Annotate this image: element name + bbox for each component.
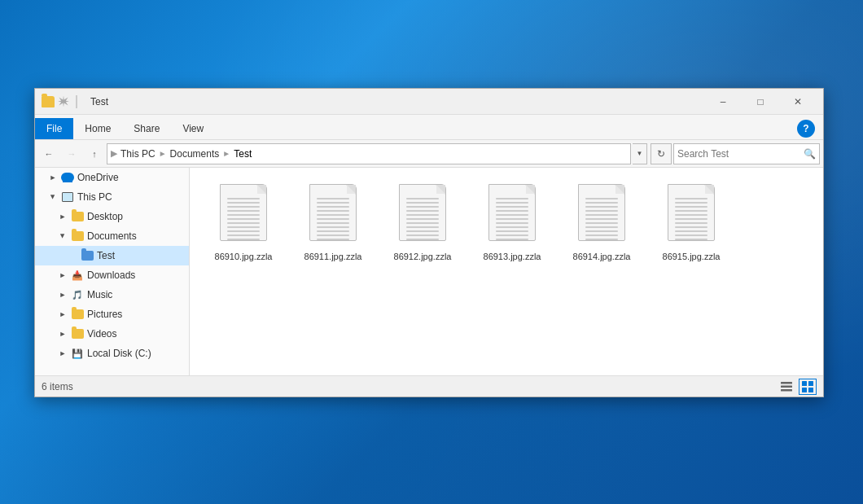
minimize-button[interactable]: – bbox=[704, 89, 742, 115]
titlebar: Test – □ ✕ bbox=[35, 89, 823, 115]
sidebar-item-onedrive[interactable]: ► OneDrive bbox=[35, 168, 189, 187]
details-view-button[interactable] bbox=[778, 379, 795, 395]
videos-icon bbox=[70, 327, 85, 340]
file-name-0: 86910.jpg.zzla bbox=[215, 251, 273, 262]
tab-file[interactable]: File bbox=[35, 118, 73, 139]
music-expand-arrow[interactable]: ► bbox=[58, 290, 68, 300]
thispc-icon bbox=[60, 191, 75, 204]
sidebar-item-test[interactable]: Test bbox=[35, 246, 189, 265]
divider bbox=[76, 95, 77, 108]
onedrive-label: OneDrive bbox=[77, 172, 119, 183]
forward-button[interactable]: → bbox=[61, 143, 82, 164]
addressbar: ← → ↑ ▶ This PC ► Documents ► Test ▼ ↻ 🔍 bbox=[35, 140, 823, 168]
test-folder-icon bbox=[80, 249, 94, 262]
music-icon: 🎵 bbox=[70, 288, 85, 301]
documents-icon bbox=[70, 230, 85, 243]
breadcrumb-documents[interactable]: Documents bbox=[170, 148, 220, 160]
file-icon-2 bbox=[396, 184, 449, 246]
sidebar-item-pictures[interactable]: ► Pictures bbox=[35, 305, 189, 324]
address-dropdown-button[interactable]: ▼ bbox=[633, 143, 647, 164]
file-name-4: 86914.jpg.zzla bbox=[573, 251, 631, 262]
file-icon-3 bbox=[486, 184, 538, 246]
videos-expand-arrow[interactable]: ► bbox=[58, 329, 68, 339]
sidebar-item-downloads[interactable]: ► 📥 Downloads bbox=[35, 265, 189, 285]
address-box[interactable]: ▶ This PC ► Documents ► Test bbox=[107, 143, 631, 164]
music-label: Music bbox=[87, 289, 112, 300]
desktop-label: Desktop bbox=[87, 211, 123, 222]
localdisk-icon: 💾 bbox=[70, 347, 85, 360]
svg-rect-6 bbox=[808, 388, 813, 392]
help-button[interactable]: ? bbox=[797, 120, 815, 138]
file-name-2: 86912.jpg.zzla bbox=[394, 251, 452, 262]
ribbon-tabs: File Home Share View bbox=[35, 115, 215, 139]
ribbon: File Home Share View ? bbox=[35, 115, 823, 140]
maximize-button[interactable]: □ bbox=[742, 89, 779, 115]
pictures-expand-arrow[interactable]: ► bbox=[58, 309, 68, 319]
pictures-icon bbox=[70, 308, 85, 321]
svg-rect-1 bbox=[781, 385, 792, 388]
file-item-4[interactable]: 86914.jpg.zzla bbox=[561, 181, 642, 265]
localdisk-label: Local Disk (C:) bbox=[87, 348, 151, 359]
downloads-icon: 📥 bbox=[70, 269, 85, 282]
file-item-1[interactable]: 86911.jpg.zzla bbox=[292, 181, 374, 265]
documents-label: Documents bbox=[87, 230, 137, 242]
window-title: Test bbox=[90, 96, 704, 107]
documents-expand-arrow[interactable]: ► bbox=[58, 231, 68, 241]
sidebar-item-thispc[interactable]: ► This PC bbox=[35, 187, 189, 207]
thispc-label: This PC bbox=[77, 191, 112, 203]
breadcrumb-thispc[interactable]: This PC bbox=[120, 148, 156, 160]
back-button[interactable]: ← bbox=[38, 143, 59, 164]
file-item-2[interactable]: 86912.jpg.zzla bbox=[382, 181, 463, 265]
tab-view[interactable]: View bbox=[171, 118, 215, 139]
explorer-window: Test – □ ✕ File Home Share View ? ← → ↑ … bbox=[34, 88, 824, 397]
pictures-label: Pictures bbox=[87, 309, 122, 320]
test-label: Test bbox=[97, 250, 115, 261]
svg-rect-0 bbox=[781, 382, 792, 384]
refresh-button[interactable]: ↻ bbox=[651, 143, 672, 164]
tab-share[interactable]: Share bbox=[122, 118, 171, 139]
file-item-0[interactable]: 86910.jpg.zzla bbox=[203, 181, 284, 265]
file-area: 86910.jpg.zzla 86911.jpg.zzla bbox=[190, 168, 823, 375]
localdisk-expand-arrow[interactable]: ► bbox=[58, 348, 68, 358]
downloads-label: Downloads bbox=[87, 270, 135, 281]
onedrive-expand-arrow[interactable]: ► bbox=[48, 173, 58, 182]
sidebar-item-documents[interactable]: ► Documents bbox=[35, 226, 189, 246]
item-count: 6 items bbox=[42, 381, 73, 392]
desktop-expand-arrow[interactable]: ► bbox=[58, 212, 68, 221]
file-item-3[interactable]: 86913.jpg.zzla bbox=[471, 181, 553, 265]
desktop-icon bbox=[70, 210, 85, 223]
sidebar-item-videos[interactable]: ► Videos bbox=[35, 324, 189, 344]
file-item-5[interactable]: 86915.jpg.zzla bbox=[651, 181, 732, 265]
search-box[interactable]: 🔍 bbox=[673, 143, 820, 164]
breadcrumb-test[interactable]: Test bbox=[234, 148, 252, 160]
downloads-expand-arrow[interactable]: ► bbox=[58, 270, 68, 280]
sidebar-item-music[interactable]: ► 🎵 Music bbox=[35, 285, 189, 305]
videos-label: Videos bbox=[87, 328, 116, 340]
close-button[interactable]: ✕ bbox=[779, 89, 817, 115]
tab-home[interactable]: Home bbox=[73, 118, 122, 139]
tiles-view-button[interactable] bbox=[799, 379, 817, 395]
sidebar-item-desktop[interactable]: ► Desktop bbox=[35, 207, 189, 226]
view-controls bbox=[778, 379, 817, 395]
file-name-3: 86913.jpg.zzla bbox=[484, 251, 541, 262]
search-input[interactable] bbox=[677, 148, 800, 160]
content-area: ► OneDrive ► This PC ► Deskto bbox=[35, 168, 823, 375]
file-icon-5 bbox=[665, 184, 717, 246]
file-icon-1 bbox=[307, 184, 359, 246]
thispc-expand-arrow[interactable]: ► bbox=[48, 192, 58, 202]
statusbar: 6 items bbox=[35, 375, 823, 397]
svg-rect-3 bbox=[802, 381, 807, 386]
up-button[interactable]: ↑ bbox=[84, 143, 105, 164]
onedrive-icon bbox=[60, 171, 75, 184]
svg-rect-4 bbox=[808, 381, 813, 386]
pin-icon bbox=[58, 96, 69, 107]
svg-rect-2 bbox=[781, 389, 792, 392]
sidebar-item-localdisk[interactable]: ► 💾 Local Disk (C:) bbox=[35, 344, 189, 363]
sidebar: ► OneDrive ► This PC ► Deskto bbox=[35, 168, 190, 375]
svg-rect-5 bbox=[802, 388, 807, 392]
window-folder-icon bbox=[42, 96, 55, 107]
file-name-1: 86911.jpg.zzla bbox=[304, 251, 362, 262]
file-icon-0 bbox=[217, 184, 269, 246]
file-name-5: 86915.jpg.zzla bbox=[663, 251, 721, 262]
search-icon[interactable]: 🔍 bbox=[804, 148, 816, 160]
